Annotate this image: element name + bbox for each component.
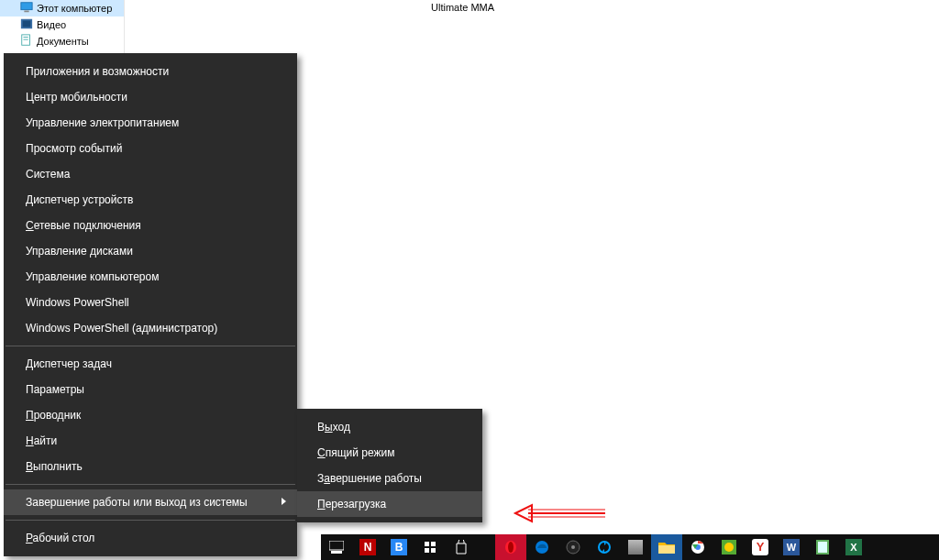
menu-item-computer-management[interactable]: Управление компьютером: [4, 264, 297, 290]
taskbar: N B Y W X: [321, 534, 939, 560]
taskbar-yandex-browser[interactable]: [713, 534, 745, 560]
menu-item-run[interactable]: Выполнить: [4, 454, 297, 479]
menu-separator: [6, 520, 295, 521]
submenu-item-restart[interactable]: Перезагрузка: [297, 491, 482, 517]
svg-point-18: [508, 542, 514, 553]
taskbar-sync[interactable]: [589, 534, 620, 560]
chevron-right-icon: [282, 498, 286, 505]
taskbar-chrome[interactable]: [682, 534, 713, 560]
svg-rect-3: [23, 21, 31, 27]
svg-rect-0: [21, 3, 32, 10]
menu-item-search[interactable]: Найти: [4, 428, 297, 454]
tree-item-documents[interactable]: Документы: [0, 33, 124, 49]
submenu-item-sleep[interactable]: Спящий режим: [297, 440, 482, 466]
taskbar-store[interactable]: [414, 534, 446, 560]
edge-icon: [535, 540, 549, 555]
menu-item-task-manager[interactable]: Диспетчер задач: [4, 351, 297, 377]
taskbar-app[interactable]: [620, 534, 651, 560]
opera-icon: [503, 540, 518, 555]
svg-rect-23: [658, 545, 675, 554]
menu-separator: [6, 346, 295, 346]
svg-rect-1: [24, 11, 28, 13]
documents-folder-icon: [20, 34, 33, 47]
taskbar-media-player[interactable]: [558, 534, 589, 560]
menu-separator: [6, 484, 295, 485]
taskbar-yandex[interactable]: Y: [745, 534, 776, 560]
menu-item-apps-features[interactable]: Приложения и возможности: [4, 59, 297, 84]
svg-point-27: [724, 543, 734, 552]
app-icon: [628, 540, 643, 555]
svg-rect-29: [818, 542, 827, 553]
menu-item-explorer[interactable]: Проводник: [4, 402, 297, 428]
submenu-item-signout[interactable]: Выход: [297, 414, 482, 440]
svg-rect-14: [431, 542, 436, 546]
taskbar-netflix[interactable]: N: [352, 534, 383, 560]
svg-rect-15: [425, 548, 429, 553]
svg-rect-16: [431, 548, 436, 553]
explorer-icon: [658, 541, 675, 554]
menu-item-powershell-admin[interactable]: Windows PowerShell (администратор): [4, 315, 297, 341]
shutdown-submenu: Выход Спящий режим Завершение работы Пер…: [297, 409, 482, 522]
taskbar-opera[interactable]: [495, 534, 526, 560]
taskbar-word[interactable]: W: [776, 534, 807, 560]
taskbar-shopping[interactable]: [446, 534, 477, 560]
tree-label: Этот компьютер: [20, 3, 112, 14]
media-player-icon: [566, 540, 580, 555]
tree-item-this-pc[interactable]: Этот компьютер: [0, 0, 124, 16]
menu-item-system[interactable]: Система: [4, 161, 297, 187]
tree-label: Документы: [37, 36, 89, 47]
excel-icon: X: [845, 539, 862, 555]
menu-item-mobility-center[interactable]: Центр мобильности: [4, 84, 297, 110]
taskbar-vk[interactable]: B: [383, 534, 414, 560]
vk-icon: B: [391, 539, 407, 555]
menu-item-shutdown-signout[interactable]: Завершение работы или выход из системы: [4, 489, 297, 515]
tree-label: Видео: [37, 19, 66, 30]
svg-point-21: [571, 545, 575, 549]
menu-item-network-connections[interactable]: Сетевые подключения: [4, 213, 297, 238]
yandex-icon: [722, 540, 736, 555]
video-folder-icon: [20, 17, 33, 30]
taskbar-task-view[interactable]: [321, 534, 352, 560]
menu-item-powershell[interactable]: Windows PowerShell: [4, 290, 297, 315]
menu-item-settings[interactable]: Параметры: [4, 377, 297, 402]
yandex-y-icon: Y: [752, 539, 768, 555]
svg-rect-11: [329, 541, 344, 550]
chrome-icon: [690, 540, 705, 555]
folder-title: Ultimate MMA: [431, 2, 494, 13]
svg-rect-12: [331, 551, 342, 554]
notepad-icon: [816, 540, 829, 555]
word-icon: W: [783, 539, 800, 555]
menu-label: Завершение работы или выход из системы: [26, 496, 248, 509]
menu-item-device-manager[interactable]: Диспетчер устройств: [4, 187, 297, 213]
menu-item-power-options[interactable]: Управление электропитанием: [4, 110, 297, 136]
tree-item-videos[interactable]: Видео: [0, 16, 124, 33]
taskbar-explorer[interactable]: [651, 534, 682, 560]
task-view-icon: [329, 541, 344, 554]
taskbar-edge[interactable]: [526, 534, 558, 560]
shopping-bag-icon: [455, 540, 468, 555]
menu-item-disk-management[interactable]: Управление дисками: [4, 238, 297, 264]
annotation-arrow: [515, 504, 607, 522]
winx-context-menu: Приложения и возможности Центр мобильнос…: [4, 53, 297, 556]
submenu-item-shutdown[interactable]: Завершение работы: [297, 466, 482, 491]
svg-rect-13: [425, 542, 429, 546]
taskbar-notepad[interactable]: [807, 534, 838, 560]
taskbar-excel[interactable]: X: [838, 534, 869, 560]
netflix-icon: N: [359, 539, 376, 555]
menu-item-event-viewer[interactable]: Просмотр событий: [4, 136, 297, 161]
store-icon: [423, 540, 437, 555]
sync-icon: [597, 540, 612, 555]
menu-item-desktop[interactable]: Рабочий стол: [4, 525, 297, 551]
monitor-icon: [20, 1, 33, 14]
